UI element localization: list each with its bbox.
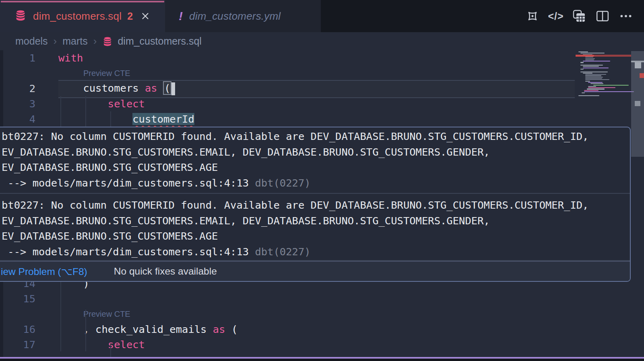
minimap-code-line: [584, 90, 599, 91]
minimap-code-line: [578, 51, 588, 52]
database-icon: [14, 9, 27, 23]
database-icon: [102, 36, 113, 47]
warning-icon: !: [179, 9, 183, 23]
minimap-code-line: [584, 91, 634, 92]
minimap-code-line: [585, 75, 601, 76]
code-line-1[interactable]: 1with: [0, 50, 628, 66]
line-number: 17: [0, 338, 35, 351]
line-number: 15: [0, 293, 35, 305]
minimap-code-line: [580, 69, 584, 70]
code-line-17[interactable]: 17 select: [0, 337, 628, 352]
tab-label: dim_customers.yml: [189, 10, 281, 23]
indent-guide: [110, 345, 111, 357]
editor-toolbar: </>: [526, 0, 633, 32]
indent-guide: [85, 310, 86, 351]
copy-table-icon[interactable]: [572, 9, 586, 23]
dbt-icon[interactable]: [526, 9, 539, 23]
tab-dim-customers-sql[interactable]: dim_customers.sql 2: [0, 0, 165, 32]
line-number: 3: [0, 98, 35, 110]
codelens-row: Preview CTE: [0, 306, 628, 322]
minimap-code-line: [580, 72, 608, 72]
split-editor-icon[interactable]: [596, 9, 609, 23]
codelens-row: Preview CTE: [0, 66, 628, 81]
overview-ruler-marker: [635, 62, 641, 68]
line-number: 2: [0, 82, 35, 94]
diagnostic-message: bt0227: No column CUSTOMERID found. Avai…: [0, 127, 630, 193]
code-text[interactable]: with: [58, 52, 83, 64]
minimap-code-line: [588, 86, 596, 87]
tab-dim-customers-yml[interactable]: ! dim_customers.yml: [165, 0, 321, 32]
minimap-code-line: [583, 73, 592, 74]
diagnostic-text: bt0227: No column CUSTOMERID found. Avai…: [2, 197, 630, 259]
minimap-error-token: [576, 55, 594, 57]
tab-label: dim_customers.sql: [33, 10, 122, 23]
code-line-15[interactable]: 15: [0, 291, 628, 306]
indent-guide: [110, 111, 111, 127]
overview-ruler-error-marker: [640, 73, 644, 78]
line-number: 16: [0, 323, 35, 335]
diagnostic-text: bt0227: No column CUSTOMERID found. Avai…: [2, 129, 630, 191]
error-token-customerid: customerId: [132, 113, 194, 125]
minimap-code-line: [580, 65, 603, 66]
preview-cte-codelens[interactable]: Preview CTE: [83, 306, 130, 322]
minimap-code-line: [587, 88, 605, 89]
minimap-code-line: [588, 82, 603, 83]
text-cursor: [171, 82, 175, 95]
view-problem-link[interactable]: iew Problem (⌥F8): [1, 266, 87, 277]
minimap-code-line: [585, 59, 594, 60]
line-number: 1: [0, 52, 35, 64]
inline-code-icon[interactable]: </>: [549, 9, 563, 23]
diagnostic-message: bt0227: No column CUSTOMERID found. Avai…: [0, 194, 630, 260]
vscode-window: dim_customers.sql 2 ! dim_customers.yml …: [0, 0, 644, 361]
active-tab-accent: [1, 1, 164, 2]
minimap-code-line: [585, 74, 606, 75]
code-text[interactable]: select: [58, 98, 145, 110]
code-text[interactable]: customers as (: [58, 82, 175, 95]
minimap-code-line: [585, 77, 603, 78]
minimap-code-line: [583, 68, 609, 68]
code-line-16[interactable]: 16 , check_valid_emails as (: [0, 322, 628, 337]
minimap-code-line: [593, 85, 629, 86]
overview-ruler-marker: [635, 101, 640, 106]
preview-cte-codelens[interactable]: Preview CTE: [83, 66, 130, 81]
error-hover-tooltip: bt0227: No column CUSTOMERID found. Avai…: [0, 127, 631, 282]
code-text[interactable]: select: [58, 338, 145, 351]
no-quick-fixes-label: No quick fixes available: [114, 266, 217, 277]
indent-guide: [60, 282, 61, 351]
below-window: [0, 359, 644, 361]
chevron-right-icon: ›: [93, 35, 98, 47]
chevron-right-icon: ›: [53, 35, 58, 47]
breadcrumb: models › marts › dim_customers.sql: [15, 32, 202, 50]
modified-count-badge: 2: [127, 10, 133, 22]
minimap-code-line: [580, 62, 584, 63]
breadcrumb-item-marts[interactable]: marts: [62, 35, 88, 47]
breadcrumb-item-file[interactable]: dim_customers.sql: [118, 35, 201, 47]
minimap-code-line: [585, 58, 595, 59]
indent-guide: [85, 96, 86, 127]
code-line-3[interactable]: 3 select: [0, 96, 628, 111]
close-icon[interactable]: [140, 11, 151, 21]
breadcrumb-item-models[interactable]: models: [15, 35, 48, 47]
minimap-code-line: [578, 95, 599, 96]
more-actions-icon[interactable]: [619, 9, 633, 23]
line-number: 4: [0, 113, 35, 125]
minimap-code-line: [588, 87, 615, 88]
tab-bar: dim_customers.sql 2 ! dim_customers.yml …: [0, 0, 644, 32]
code-line-2[interactable]: 2 customers as (: [0, 81, 628, 96]
code-text[interactable]: customerId: [58, 113, 194, 125]
indent-guide: [60, 96, 61, 127]
minimap-code-line: [585, 81, 590, 82]
diagnostic-source: dbt(0227): [255, 177, 310, 189]
diagnostic-source: dbt(0227): [255, 246, 310, 258]
minimap-code-line: [585, 78, 602, 79]
tooltip-footer: iew Problem (⌥F8) No quick fixes availab…: [0, 261, 630, 281]
minimap-code-line: [583, 61, 610, 62]
code-line-4[interactable]: 4 customerId: [0, 111, 628, 127]
